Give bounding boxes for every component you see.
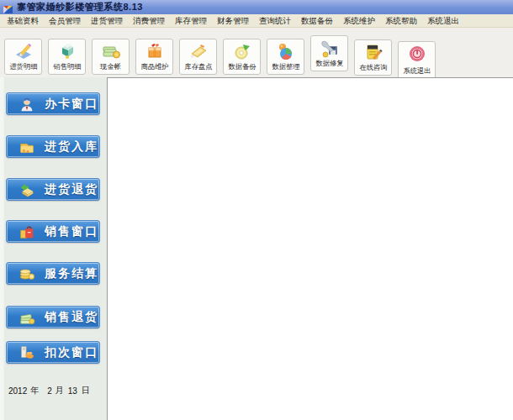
app-flag-icon[interactable] <box>3 3 13 12</box>
toolbar-data-repair-button[interactable]: 数据修复 <box>310 35 348 71</box>
goods-maintain-icon <box>144 41 166 61</box>
sidebar-sales-window-button[interactable]: 销售窗口 <box>6 220 100 243</box>
inbox-folder-icon <box>19 139 35 155</box>
menu-stock-mgmt[interactable]: 库存管理 <box>170 14 212 28</box>
toolbar: 进货明细 销售明细 现金帐 <box>0 28 513 77</box>
sidebar-deduct-window-button[interactable]: 扣次窗口 <box>6 341 100 364</box>
menu-basic-data[interactable]: 基础资料 <box>2 14 44 28</box>
sidebar-button-label: 服务结算 <box>45 266 98 281</box>
sidebar-card-window-button[interactable]: 办卡窗口 <box>6 92 100 115</box>
menu-system-exit[interactable]: 系统退出 <box>422 14 464 28</box>
data-repair-icon <box>319 38 341 58</box>
toolbar-button-label: 在线咨询 <box>359 63 387 73</box>
window-title: 寨管家婚纱影楼管理系统8.13 <box>17 1 143 13</box>
menu-query-stats[interactable]: 查询统计 <box>254 14 296 28</box>
toolbar-button-label: 数据整理 <box>272 62 299 72</box>
toolbar-stock-check-button[interactable]: 库存盘点 <box>179 39 217 75</box>
menu-finance-mgmt[interactable]: 财务管理 <box>212 14 254 28</box>
toolbar-data-organize-button[interactable]: 数据整理 <box>267 39 304 75</box>
sidebar-button-label: 销售窗口 <box>45 224 98 239</box>
menu-purchase-mgmt[interactable]: 进货管理 <box>86 14 128 28</box>
toolbar-data-backup-button[interactable]: 数据备份 <box>223 39 261 75</box>
toolbar-button-label: 数据修复 <box>315 59 343 69</box>
shopping-bag-icon <box>19 223 35 240</box>
date-year: 2012 <box>8 386 27 396</box>
sidebar-button-label: 扣次窗口 <box>45 345 98 360</box>
toolbar-cash-book-button[interactable]: 现金帐 <box>92 39 130 75</box>
date-month-unit: 月 <box>56 385 64 396</box>
toolbar-sales-detail-button[interactable]: 销售明细 <box>48 39 86 75</box>
mdi-workspace <box>107 77 513 420</box>
data-organize-icon <box>275 41 297 61</box>
sidebar: 办卡窗口 进货入库 进货退货 <box>0 77 107 420</box>
sidebar-service-settle-button[interactable]: 服务结算 <box>6 262 100 285</box>
menu-member-mgmt[interactable]: 会员管理 <box>44 14 86 28</box>
sidebar-purchase-inbound-button[interactable]: 进货入库 <box>6 135 100 158</box>
toolbar-button-label: 商品维护 <box>140 62 168 72</box>
sidebar-button-label: 销售退货 <box>45 310 98 325</box>
date-day: 13 <box>68 386 77 396</box>
menu-system-help[interactable]: 系统帮助 <box>380 14 422 28</box>
online-consult-icon <box>362 42 384 62</box>
toolbar-button-label: 进货明细 <box>9 62 37 72</box>
toolbar-button-label: 系统退出 <box>403 66 431 76</box>
member-person-icon <box>19 96 35 113</box>
menu-consume-mgmt[interactable]: 消费管理 <box>128 14 170 28</box>
data-backup-icon <box>231 41 253 61</box>
sidebar-button-label: 进货退货 <box>45 182 98 197</box>
purchase-detail-icon <box>13 41 34 61</box>
date-year-unit: 年 <box>30 385 39 396</box>
toolbar-button-label: 数据备份 <box>228 62 256 72</box>
sales-detail-icon <box>56 41 78 61</box>
stock-check-icon <box>188 41 209 61</box>
toolbar-button-label: 库存盘点 <box>184 62 212 72</box>
coins-icon <box>19 265 35 282</box>
cash-book-icon <box>100 41 122 61</box>
date-day-unit: 日 <box>82 385 90 396</box>
current-date: 2012 年 2 月 13 日 <box>8 385 101 396</box>
sidebar-purchase-return-button[interactable]: 进货退货 <box>6 178 100 201</box>
menu-data-backup[interactable]: 数据备份 <box>296 14 338 28</box>
toolbar-purchase-detail-button[interactable]: 进货明细 <box>4 39 42 75</box>
toolbar-goods-maintain-button[interactable]: 商品维护 <box>135 39 173 75</box>
toolbar-button-label: 现金帐 <box>100 62 121 72</box>
toolbar-system-exit-button[interactable]: 系统退出 <box>398 41 436 80</box>
pointing-hand-icon <box>19 344 35 361</box>
titlebar: 寨管家婚纱影楼管理系统8.13 <box>0 0 513 14</box>
sidebar-button-label: 办卡窗口 <box>45 97 98 112</box>
toolbar-online-consult-button[interactable]: 在线咨询 <box>354 39 392 76</box>
system-exit-icon <box>406 44 428 64</box>
toolbar-button-label: 销售明细 <box>53 62 81 72</box>
banknotes-icon <box>19 309 35 326</box>
menu-system-maint[interactable]: 系统维护 <box>338 14 380 28</box>
sidebar-sales-return-button[interactable]: 销售退货 <box>6 306 100 328</box>
menubar: 基础资料 会员管理 进货管理 消费管理 库存管理 财务管理 查询统计 数据备份 … <box>0 14 513 28</box>
purchase-return-icon <box>19 181 35 198</box>
sidebar-button-label: 进货入库 <box>45 139 98 155</box>
date-month: 2 <box>47 386 52 396</box>
